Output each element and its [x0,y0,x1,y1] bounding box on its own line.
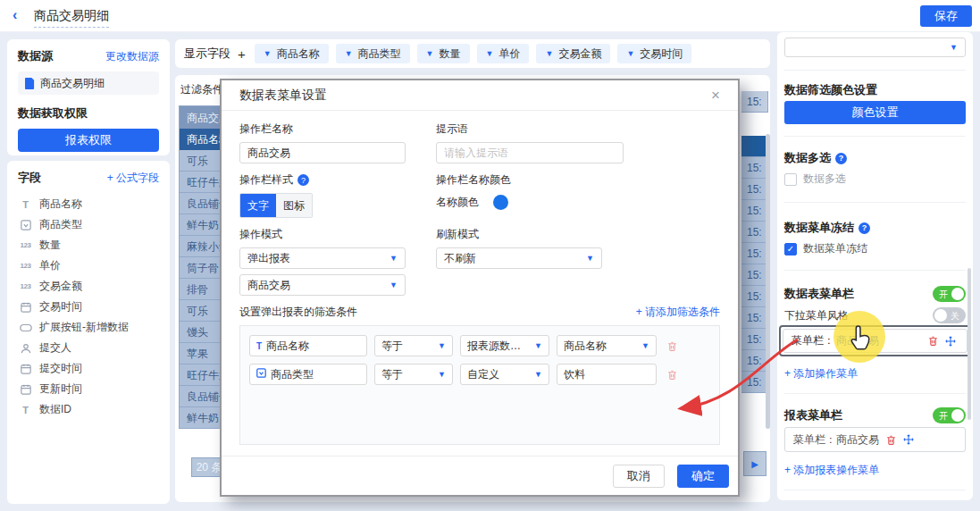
select-value: 商品交易 [247,278,290,293]
divider [784,136,966,137]
number-icon: 123 [18,282,33,290]
filter-field-value: 商品名称 [266,339,309,354]
add-formula-field-link[interactable]: + 公式字段 [107,171,159,186]
field-item[interactable]: 交易时间 [18,297,159,317]
field-item[interactable]: 更新时间 [18,379,159,399]
add-report-menu-link[interactable]: + 添加报表操作菜单 [784,463,879,478]
chip-label: 交易金额 [558,46,601,62]
field-item[interactable]: 提交人 [18,338,159,358]
field-label: 更新时间 [39,381,82,397]
action-bar-name-input[interactable] [239,142,406,163]
field-chip[interactable]: ▼商品名称 [255,44,329,63]
save-button[interactable]: 保存 [920,5,972,27]
field-item[interactable]: T商品名称 [18,194,159,214]
datasource-item[interactable]: 商品交易明细 [18,71,159,95]
tooltip-input[interactable] [436,142,624,163]
change-datasource-link[interactable]: 更改数据源 [105,49,159,64]
chevron-left-icon[interactable]: ‹ [13,7,17,23]
chevron-down-icon: ▼ [389,281,398,289]
action-bar-name-label: 操作栏名称 [239,121,436,137]
field-item[interactable]: 123数量 [18,235,159,256]
field-item[interactable]: T数据ID [18,399,159,420]
chip-label: 交易时间 [640,46,683,62]
field-item[interactable]: 商品类型 [18,214,159,235]
menu-item-name[interactable]: 商品交易 [836,333,879,348]
help-icon[interactable]: ? [297,174,309,186]
multi-select-checkbox[interactable]: 数据多选 [784,172,846,187]
color-swatch[interactable] [493,195,508,210]
menu-item-prefix: 菜单栏： [792,333,834,348]
menu-item[interactable]: 菜单栏：商品交易 [783,329,967,353]
field-chip[interactable]: ▼交易金额 [536,44,610,63]
help-icon[interactable]: ? [835,153,847,164]
chevron-down-icon: ▼ [626,49,634,58]
panel-scrollbar[interactable] [967,268,971,420]
field-label: 商品名称 [39,197,82,212]
filter-conditions-label: 过滤条件 [180,82,223,97]
move-icon[interactable] [942,333,959,349]
filter-source-select[interactable]: 自定义▼ [460,364,549,385]
field-item[interactable]: 123单价 [18,256,159,276]
filter-field-input[interactable]: 商品类型 [249,364,367,385]
next-page-button[interactable]: ▶ [743,451,766,476]
field-item[interactable]: 123交易金额 [18,276,159,297]
filter-value-input[interactable]: 饮料 [557,364,657,385]
trash-icon[interactable] [664,366,680,382]
field-chip[interactable]: ▼交易时间 [617,44,691,63]
help-icon[interactable]: ? [859,222,870,234]
chevron-down-icon: ▼ [345,49,353,58]
color-setting-button[interactable]: 颜色设置 [784,101,966,124]
datasource-panel: 数据源 更改数据源 商品交易明细 数据获取权限 报表权限 [7,39,170,155]
table-menu-row: 数据表菜单栏 开 [784,286,966,302]
field-chip[interactable]: ▼数量 [417,44,470,63]
field-label: 交易金额 [39,279,82,294]
menu-item-selected-wrapper: 菜单栏：商品交易 [779,325,971,356]
menu-freeze-checkbox[interactable]: ✓数据菜单冻结 [784,241,867,256]
style-option-icon[interactable]: 图标 [276,194,312,217]
table-cell: 15: [741,200,768,222]
menu-item-label: 菜单栏：商品交易 [793,432,879,448]
operation-mode-select[interactable]: 弹出报表▼ [239,247,406,269]
report-menu-item[interactable]: 菜单栏：商品交易 [784,427,966,452]
filter-row: T商品名称 等于▼ 报表源数据字...▼ 商品名称▼ [249,335,710,356]
cancel-button[interactable]: 取消 [613,465,665,488]
report-permission-button[interactable]: 报表权限 [18,129,159,152]
field-chip[interactable]: ▼单价 [477,44,530,63]
table-cell: 15: [741,179,768,200]
field-item[interactable]: 提交时间 [18,358,159,379]
operation-target-select[interactable]: 商品交易▼ [239,274,406,296]
table-cell: 15: [741,350,768,372]
filter-field-input[interactable]: T商品名称 [249,335,367,356]
add-field-button[interactable]: + [238,46,246,62]
table-menu-settings-dialog: 数据表菜单设置 × 操作栏名称 提示语 操作栏样式? 文字 图 [220,79,740,497]
close-icon[interactable]: × [711,87,720,105]
dropdown-style-toggle[interactable]: 关 [933,307,966,323]
refresh-mode-select[interactable]: 不刷新▼ [436,247,602,269]
table-menu-toggle[interactable]: 开 [933,286,966,302]
trash-icon[interactable] [664,338,680,354]
multi-select-heading: 数据多选? [784,150,847,166]
filter-operator-select[interactable]: 等于▼ [374,335,453,356]
filter-value-select[interactable]: 商品名称▼ [557,335,657,356]
table-cell: 15: [741,264,768,286]
style-option-text[interactable]: 文字 [240,194,276,217]
table-scrollbar[interactable] [766,134,770,429]
divider [784,270,966,271]
add-filter-condition-link[interactable]: + 请添加筛选条件 [636,305,720,320]
checkbox-label: 数据菜单冻结 [803,241,867,256]
input-value: 饮料 [564,367,585,382]
confirm-button[interactable]: 确定 [677,465,729,488]
move-icon[interactable] [900,431,917,448]
fields-heading: 字段 [18,170,41,186]
filter-source-select[interactable]: 报表源数据字...▼ [460,335,549,356]
field-chip[interactable]: ▼商品类型 [336,44,410,63]
add-menu-link[interactable]: + 添加操作菜单 [784,366,858,381]
trash-icon[interactable] [925,333,941,349]
select-value: 自定义 [467,367,499,382]
style-segmented-control: 文字 图标 [239,193,313,218]
filter-operator-select[interactable]: 等于▼ [374,364,453,385]
field-item[interactable]: 扩展按钮-新增数据 [18,317,159,338]
trash-icon[interactable] [883,431,899,448]
report-menu-toggle[interactable]: 开 [933,407,966,423]
report-select[interactable]: ▼ [784,38,966,57]
